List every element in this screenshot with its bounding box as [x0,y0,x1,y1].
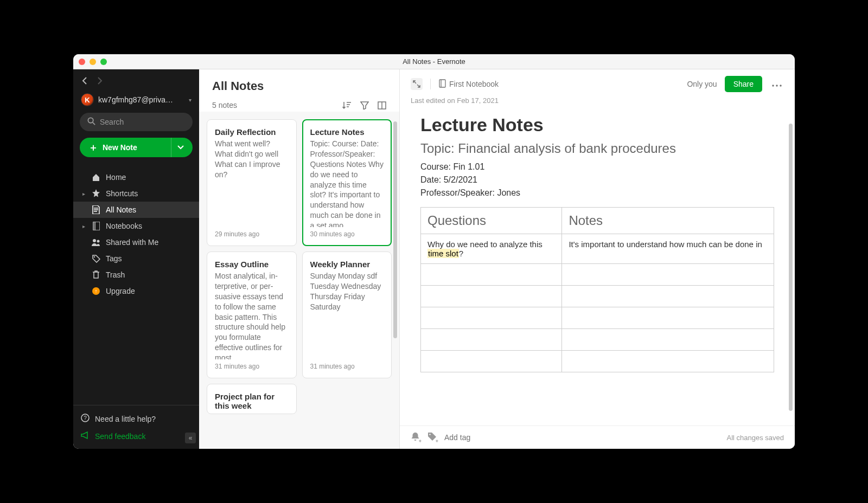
notebook-icon [438,79,446,89]
shared-icon [92,238,100,246]
note-body[interactable]: Lecture Notes Topic: Financial analysis … [400,105,795,425]
titlebar: All Notes - Evernote [73,54,795,69]
filter-button[interactable] [360,101,369,109]
table-header-notes: Notes [562,208,774,234]
note-list-panel: All Notes 5 notes Daily Reflection What … [199,69,400,449]
feedback-button[interactable]: Send feedback [73,428,199,444]
table-cell[interactable] [562,307,774,329]
note-icon [92,205,100,214]
disclosure-icon[interactable]: ▸ [81,191,86,197]
search-box[interactable] [80,113,193,131]
table-cell[interactable] [562,329,774,351]
plus-icon: ＋ [88,141,98,154]
table-cell[interactable] [562,286,774,307]
note-topic[interactable]: Topic: Financial analysis of bank proced… [420,141,774,156]
maximize-window-button[interactable] [100,59,107,65]
sidebar-item-shared[interactable]: Shared with Me [73,234,199,250]
svg-point-14 [776,85,777,86]
upgrade-icon: ↑ [92,287,100,295]
more-actions-button[interactable] [770,79,784,89]
sidebar-item-label: Upgrade [106,287,135,295]
nav-back-button[interactable] [82,77,87,85]
note-professor[interactable]: Professor/Speaker: Jones [420,186,774,199]
table-cell[interactable] [421,351,562,372]
sidebar-item-trash[interactable]: Trash [73,267,199,283]
collapse-sidebar-button[interactable]: « [185,433,196,443]
sort-button[interactable] [342,101,352,109]
svg-point-6 [93,256,94,257]
reminder-button[interactable]: + [411,431,420,443]
notebook-selector[interactable]: First Notebook [438,79,499,89]
note-count: 5 notes [212,101,237,109]
sidebar-item-label: Trash [106,270,125,279]
sidebar-item-label: Home [106,173,126,182]
close-window-button[interactable] [79,59,85,65]
note-card[interactable]: Essay Outline Most analytical, in-terpre… [207,252,297,378]
minimize-window-button[interactable] [90,59,96,65]
add-tag-button[interactable]: + [427,432,437,443]
view-toggle-button[interactable] [378,101,386,109]
disclosure-icon[interactable]: ▸ [81,223,86,229]
account-menu[interactable]: K kw7gfmhg87@priva… ▾ [80,91,193,113]
sidebar-item-notebooks[interactable]: ▸ Notebooks [73,218,199,234]
sidebar-item-tags[interactable]: Tags [73,250,199,267]
app-window: All Notes - Evernote K kw7gfmhg87@priva…… [73,54,795,449]
note-course[interactable]: Course: Fin 1.01 [420,160,774,173]
svg-point-4 [93,239,96,242]
note-card-time: 31 minutes ago [215,363,289,370]
note-card-preview: What went well? What didn't go well What… [215,139,289,227]
nav-list: Home ▸ Shortcuts All Notes ▸ Notebooks [73,169,199,405]
share-button[interactable]: Share [725,76,762,92]
window-title: All Notes - Evernote [73,57,795,66]
sidebar-item-shortcuts[interactable]: ▸ Shortcuts [73,185,199,202]
sidebar-item-label: Notebooks [106,222,142,230]
note-title[interactable]: Lecture Notes [420,114,774,136]
sidebar-item-all-notes[interactable]: All Notes [73,202,199,218]
expand-note-button[interactable] [411,78,423,90]
table-cell[interactable]: Why do we need to analyze this time slot… [421,234,562,264]
note-date[interactable]: Date: 5/2/2021 [420,173,774,186]
search-input[interactable] [100,118,195,126]
svg-text:?: ? [84,415,87,421]
questions-notes-table[interactable]: Questions Notes Why do we need to analyz… [420,207,774,372]
note-card[interactable]: Weekly Planner Sunday Monday sdf Tuesday… [302,252,392,378]
add-tag-label[interactable]: Add tag [444,433,470,442]
sidebar-item-upgrade[interactable]: ↑ Upgrade [73,283,199,299]
star-icon [92,189,100,198]
account-email: kw7gfmhg87@priva… [98,95,184,104]
avatar: K [81,93,94,106]
sidebar-item-home[interactable]: Home [73,169,199,185]
editor-panel: First Notebook Only you Share Last edite… [400,69,795,449]
help-icon: ? [81,414,90,424]
help-button[interactable]: ? Need a little help? [73,410,199,428]
home-icon [92,173,100,182]
table-cell[interactable] [421,286,562,307]
megaphone-icon [81,431,90,441]
note-card-preview: Sunday Monday sdf Tuesday Wednesday Thur… [310,271,384,359]
new-note-button[interactable]: ＋ New Note [80,138,193,157]
table-cell[interactable]: It's important to understand how much ca… [562,234,774,264]
sidebar-item-label: All Notes [106,205,136,214]
search-icon [87,117,95,127]
note-card[interactable]: Lecture Notes Topic: Course: Date: Profe… [302,119,392,246]
note-card-time: 31 minutes ago [310,363,384,370]
tag-icon [92,255,100,263]
svg-point-16 [429,434,430,435]
table-cell[interactable] [421,264,562,286]
new-note-dropdown[interactable] [171,138,189,157]
sharing-status[interactable]: Only you [687,80,717,88]
save-status: All changes saved [726,434,784,442]
scrollbar[interactable] [393,121,397,338]
note-card[interactable]: Daily Reflection What went well? What di… [207,119,297,246]
table-cell[interactable] [421,307,562,329]
svg-point-13 [772,85,774,86]
nav-forward-button[interactable] [97,77,103,85]
highlighted-text: time slot [427,249,459,258]
table-cell[interactable] [562,264,774,286]
sidebar-item-label: Tags [106,254,122,263]
note-card[interactable]: Project plan for this week [207,384,297,414]
note-card-title: Essay Outline [215,260,289,269]
sidebar-item-label: Shared with Me [106,238,158,247]
table-cell[interactable] [421,329,562,351]
table-cell[interactable] [562,351,774,372]
